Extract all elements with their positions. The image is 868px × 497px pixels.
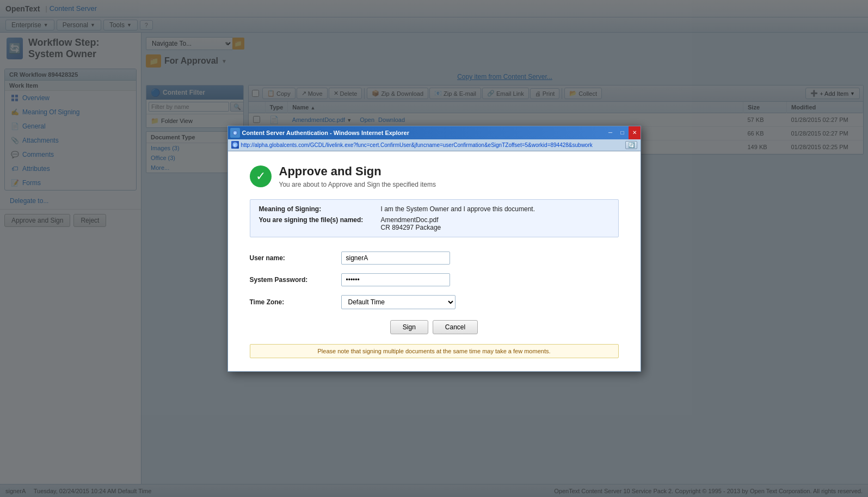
approve-sign-icon: ✓ [250,165,272,187]
ie-refresh-button[interactable]: 🔄 [625,141,637,149]
ie-restore-button[interactable]: □ [617,126,629,139]
timezone-label: Time Zone: [250,294,337,310]
minimize-icon: ─ [608,130,612,136]
svg-text:e: e [234,131,236,135]
ie-dialog-title: Content Server Authentication - Windows … [242,130,605,136]
sign-note: Please note that signing multiple docume… [250,344,619,358]
close-icon: ✕ [632,130,637,136]
ie-page-icon: e [231,141,239,149]
files-value: AmendmentDoc.pdf CR 894297 Package [381,216,610,231]
meaning-value: I am the System Owner and I approve this… [381,205,610,213]
sign-button[interactable]: Sign [390,320,428,334]
dialog-subtitle: You are about to Approve and Sign the sp… [279,181,436,188]
files-label: You are signing the file(s) named: [259,216,379,231]
username-label: User name: [250,250,337,266]
ie-close-button[interactable]: ✕ [629,126,641,139]
timezone-select[interactable]: Default Time [341,295,455,309]
password-input[interactable] [341,273,450,286]
ie-minimize-button[interactable]: ─ [605,126,617,139]
cancel-button[interactable]: Cancel [433,320,478,334]
svg-text:e: e [233,143,236,147]
password-label: System Password: [250,272,337,288]
ie-url-bar: http://alpha.globalcents.com/GCDL/liveli… [241,142,623,148]
meaning-label: Meaning of Signing: [259,205,379,213]
restore-icon: □ [620,130,624,136]
username-input[interactable] [341,251,450,265]
ie-favicon: e [230,128,240,138]
dialog-main-title: Approve and Sign [279,164,436,179]
